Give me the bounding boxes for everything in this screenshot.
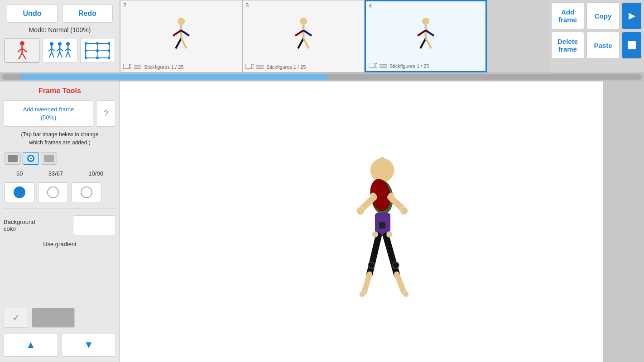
- frame-icon: [123, 64, 131, 70]
- filled-circle-icon: [14, 186, 25, 198]
- svg-line-23: [68, 52, 70, 57]
- svg-point-31: [85, 49, 87, 52]
- svg-line-64: [420, 38, 426, 48]
- svg-point-86: [368, 262, 375, 268]
- gradient-swatch[interactable]: [32, 308, 75, 328]
- svg-point-60: [422, 18, 429, 25]
- frame-3-number: 3: [243, 0, 364, 10]
- delete-frame-button[interactable]: Delete frame: [551, 32, 584, 59]
- bg-color-label: Backgroundcolor: [4, 219, 69, 232]
- frame-4-number: 4: [366, 1, 485, 11]
- svg-line-51: [303, 30, 312, 36]
- svg-line-38: [173, 30, 181, 36]
- bg-color-swatch[interactable]: [73, 215, 116, 235]
- square-button[interactable]: [622, 32, 642, 59]
- svg-point-90: [360, 291, 365, 297]
- arrow-buttons-row: ▲ ▼: [4, 331, 116, 358]
- tap-bar-text: (Tap bar image below to changewhich fram…: [4, 130, 116, 147]
- frame-4-footer: Stickfigures 1 / 25: [366, 61, 485, 71]
- svg-point-18: [66, 42, 70, 46]
- svg-line-50: [295, 30, 303, 36]
- svg-point-93: [387, 232, 392, 237]
- tween-seg-2[interactable]: [23, 152, 39, 165]
- undo-button[interactable]: Undo: [7, 5, 58, 23]
- frame-2[interactable]: 2: [120, 0, 242, 72]
- tween-bar[interactable]: [4, 150, 116, 167]
- help-button[interactable]: ?: [96, 100, 116, 127]
- play-button[interactable]: ▶: [622, 2, 642, 29]
- svg-line-11: [52, 52, 54, 57]
- tween-seg-1[interactable]: [5, 152, 21, 165]
- seg-dot: [27, 155, 34, 162]
- svg-point-72: [370, 158, 394, 182]
- frame-3-canvas: [243, 10, 364, 62]
- svg-line-22: [66, 52, 68, 57]
- network-icon-btn[interactable]: [80, 38, 115, 63]
- svg-point-82: [370, 193, 376, 198]
- multi-figure-icon: [46, 40, 73, 61]
- paste-button[interactable]: Paste: [586, 32, 620, 59]
- network-icon: [85, 42, 110, 60]
- svg-point-32: [108, 49, 110, 52]
- empty-circle-icon-1: [47, 186, 59, 198]
- svg-point-92: [372, 232, 378, 237]
- down-arrow-icon: ▼: [84, 339, 94, 351]
- svg-point-34: [96, 57, 99, 59]
- main-canvas: [120, 81, 644, 362]
- tween-circle-empty-2[interactable]: [72, 182, 101, 202]
- frame-2-number: 2: [120, 0, 242, 10]
- bg-color-row: Backgroundcolor: [4, 214, 116, 237]
- svg-point-81: [400, 207, 408, 214]
- svg-rect-77: [379, 222, 385, 229]
- svg-point-6: [50, 42, 53, 46]
- gradient-label: Use gradient: [4, 241, 116, 304]
- frame-icon: [369, 63, 377, 69]
- add-tweened-frame-button[interactable]: Add tweened frame(50%): [4, 100, 93, 127]
- add-frame-button[interactable]: Add frame: [551, 2, 584, 29]
- list-icon: [380, 63, 387, 69]
- svg-point-12: [58, 42, 62, 46]
- svg-point-91: [403, 291, 409, 297]
- svg-line-63: [426, 30, 434, 36]
- frame-4-stickfigures: Stickfigures 1 / 25: [389, 63, 429, 69]
- tween-numbers: 50 33/67 10/90: [4, 170, 116, 177]
- up-arrow-button[interactable]: ▲: [4, 333, 58, 357]
- svg-point-83: [389, 193, 394, 198]
- single-figure-icon: [14, 40, 30, 61]
- frame-3[interactable]: 3: [242, 0, 365, 72]
- svg-line-88: [364, 274, 370, 292]
- scrollbar-row[interactable]: [0, 72, 644, 81]
- single-figure-icon-btn[interactable]: [5, 38, 39, 63]
- svg-point-30: [108, 57, 110, 59]
- svg-line-16: [58, 52, 60, 57]
- svg-point-27: [85, 42, 87, 45]
- tween-val-1: 50: [16, 170, 23, 177]
- down-arrow-button[interactable]: ▼: [62, 333, 116, 357]
- svg-point-29: [85, 57, 87, 59]
- scrollbar-thumb[interactable]: [20, 74, 328, 80]
- svg-point-33: [96, 42, 99, 45]
- gradient-row: ✓: [4, 308, 116, 328]
- tween-seg-3[interactable]: [41, 152, 57, 165]
- frame-icon: [245, 64, 254, 70]
- svg-line-62: [418, 30, 426, 36]
- stickfigure-svg: [337, 157, 428, 319]
- tween-circle-empty-1[interactable]: [38, 182, 68, 202]
- tween-circle-filled[interactable]: [5, 182, 34, 202]
- svg-line-41: [181, 38, 187, 48]
- list-icon: [134, 64, 141, 70]
- svg-point-48: [300, 18, 307, 25]
- multi-figure-icon-btn[interactable]: [42, 38, 77, 63]
- frame-3-footer: Stickfigures 1 / 25: [243, 62, 364, 72]
- copy-button[interactable]: Copy: [586, 2, 620, 29]
- tween-val-2: 33/67: [48, 170, 63, 177]
- frame-4[interactable]: 4: [365, 0, 487, 72]
- gradient-checkmark[interactable]: ✓: [4, 308, 28, 328]
- scrollbar-track[interactable]: [2, 74, 642, 80]
- redo-button[interactable]: Redo: [62, 5, 113, 23]
- svg-line-65: [426, 38, 431, 48]
- svg-rect-42: [123, 64, 130, 69]
- svg-line-89: [397, 274, 404, 292]
- mode-label: Mode: Normal (100%): [0, 25, 120, 36]
- frame-tools-title: Frame Tools: [4, 85, 116, 97]
